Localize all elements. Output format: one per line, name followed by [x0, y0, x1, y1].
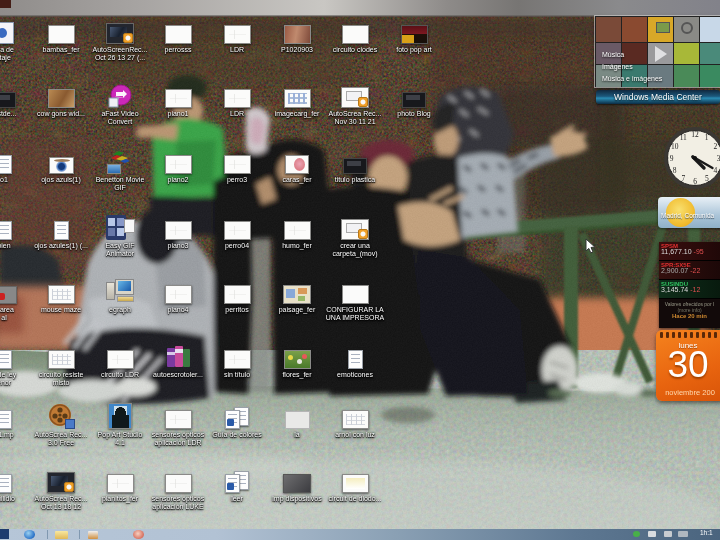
- svg-text:3: 3: [717, 154, 720, 163]
- svg-text:12: 12: [691, 130, 699, 139]
- svg-text:4: 4: [713, 166, 717, 175]
- svg-text:5: 5: [705, 174, 709, 183]
- svg-text:6: 6: [693, 177, 697, 186]
- svg-text:7: 7: [681, 174, 685, 183]
- svg-text:11: 11: [680, 133, 687, 142]
- svg-text:2: 2: [713, 142, 717, 151]
- svg-text:8: 8: [673, 166, 677, 175]
- svg-text:10: 10: [671, 142, 679, 151]
- svg-text:1: 1: [705, 133, 709, 142]
- svg-text:9: 9: [670, 154, 674, 163]
